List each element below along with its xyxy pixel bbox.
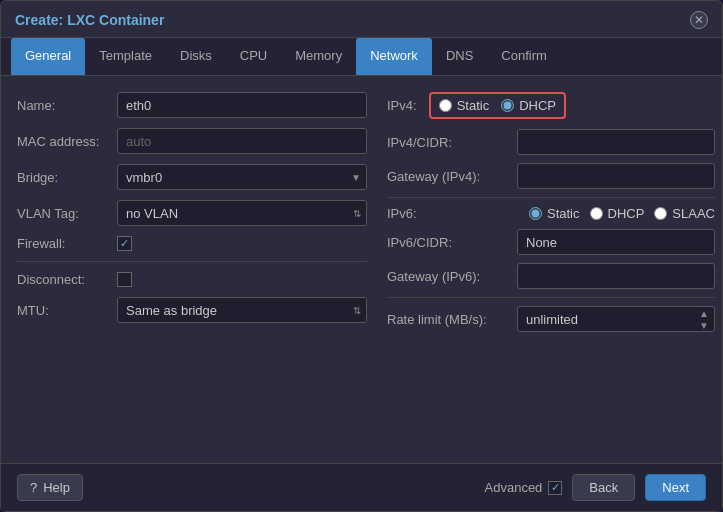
create-lxc-dialog: Create: LXC Container ✕ General Template…	[0, 0, 723, 512]
mtu-select[interactable]: Same as bridge	[117, 297, 367, 323]
mac-input[interactable]	[117, 128, 367, 154]
disconnect-checkbox[interactable]	[117, 272, 132, 287]
mtu-select-wrapper: Same as bridge ⇅	[117, 297, 367, 323]
footer: ? Help Advanced ✓ Back Next	[1, 463, 722, 511]
ipv6-static-option[interactable]: Static	[529, 206, 580, 221]
back-button[interactable]: Back	[572, 474, 635, 501]
ipv4-dhcp-radio[interactable]	[501, 99, 514, 112]
mac-label: MAC address:	[17, 134, 117, 149]
ipv4-header-row: IPv4: Static DHCP	[387, 92, 715, 119]
mtu-row: MTU: Same as bridge ⇅	[17, 297, 367, 323]
name-row: Name:	[17, 92, 367, 118]
advanced-label: Advanced	[485, 480, 543, 495]
next-button[interactable]: Next	[645, 474, 706, 501]
firewall-label: Firewall:	[17, 236, 117, 251]
ipv4-cidr-label: IPv4/CIDR:	[387, 135, 517, 150]
left-panel: Name: MAC address: Bridge: vmbr0 ▼	[17, 92, 367, 447]
ipv6-cidr-row: IPv6/CIDR:	[387, 229, 715, 255]
ipv6-dhcp-radio[interactable]	[590, 207, 603, 220]
vlan-select[interactable]: no VLAN	[117, 200, 367, 226]
ipv6-dhcp-label: DHCP	[608, 206, 645, 221]
ipv4-static-label: Static	[457, 98, 490, 113]
gateway-ipv6-row: Gateway (IPv6):	[387, 263, 715, 289]
help-icon: ?	[30, 480, 37, 495]
tab-general[interactable]: General	[11, 38, 85, 75]
disconnect-label: Disconnect:	[17, 272, 117, 287]
mac-row: MAC address:	[17, 128, 367, 154]
bridge-select-wrapper: vmbr0 ▼	[117, 164, 367, 190]
ipv6-static-radio[interactable]	[529, 207, 542, 220]
gateway-ipv4-row: Gateway (IPv4):	[387, 163, 715, 189]
title-bar: Create: LXC Container ✕	[1, 1, 722, 38]
right-panel: IPv4: Static DHCP IPv4/CIDR:	[387, 92, 715, 447]
gateway-ipv4-input[interactable]	[517, 163, 715, 189]
tab-cpu[interactable]: CPU	[226, 38, 281, 75]
tab-disks[interactable]: Disks	[166, 38, 226, 75]
ipv4-dhcp-option[interactable]: DHCP	[501, 98, 556, 113]
ipv6-slaac-label: SLAAC	[672, 206, 715, 221]
firewall-checkbox[interactable]	[117, 236, 132, 251]
right-divider-2	[387, 297, 715, 298]
vlan-label: VLAN Tag:	[17, 206, 117, 221]
vlan-select-wrapper: no VLAN ⇅	[117, 200, 367, 226]
ipv4-cidr-row: IPv4/CIDR:	[387, 129, 715, 155]
footer-right: Advanced ✓ Back Next	[485, 474, 706, 501]
gateway-ipv4-label: Gateway (IPv4):	[387, 169, 517, 184]
advanced-option: Advanced ✓	[485, 480, 563, 495]
advanced-checkbox[interactable]: ✓	[548, 481, 562, 495]
ipv6-static-label: Static	[547, 206, 580, 221]
dialog-title: Create: LXC Container	[15, 12, 164, 28]
close-button[interactable]: ✕	[690, 11, 708, 29]
content-area: Name: MAC address: Bridge: vmbr0 ▼	[1, 76, 722, 463]
name-label: Name:	[17, 98, 117, 113]
ipv6-label: IPv6:	[387, 206, 517, 221]
tab-confirm[interactable]: Confirm	[487, 38, 561, 75]
ipv6-slaac-radio[interactable]	[654, 207, 667, 220]
tab-network[interactable]: Network	[356, 38, 432, 75]
disconnect-row: Disconnect:	[17, 272, 367, 287]
ipv6-cidr-input[interactable]	[517, 229, 715, 255]
ipv6-header-row: IPv6: Static DHCP SLAAC	[387, 206, 715, 221]
ipv4-options-box: Static DHCP	[429, 92, 566, 119]
ipv4-cidr-input[interactable]	[517, 129, 715, 155]
tab-dns[interactable]: DNS	[432, 38, 487, 75]
vlan-row: VLAN Tag: no VLAN ⇅	[17, 200, 367, 226]
tab-bar: General Template Disks CPU Memory Networ…	[1, 38, 722, 76]
rate-label: Rate limit (MB/s):	[387, 312, 517, 327]
help-button[interactable]: ? Help	[17, 474, 83, 501]
bridge-row: Bridge: vmbr0 ▼	[17, 164, 367, 190]
ipv6-cidr-label: IPv6/CIDR:	[387, 235, 517, 250]
tab-memory[interactable]: Memory	[281, 38, 356, 75]
rate-select-wrapper: unlimited ▲ ▼	[517, 306, 715, 332]
ipv4-static-radio[interactable]	[439, 99, 452, 112]
right-divider	[387, 197, 715, 198]
rate-row: Rate limit (MB/s): unlimited ▲ ▼	[387, 306, 715, 332]
ipv4-static-option[interactable]: Static	[439, 98, 490, 113]
ipv6-slaac-option[interactable]: SLAAC	[654, 206, 715, 221]
bridge-label: Bridge:	[17, 170, 117, 185]
gateway-ipv6-input[interactable]	[517, 263, 715, 289]
name-input[interactable]	[117, 92, 367, 118]
firewall-row: Firewall:	[17, 236, 367, 251]
bridge-select[interactable]: vmbr0	[117, 164, 367, 190]
rate-select[interactable]: unlimited	[517, 306, 715, 332]
left-divider	[17, 261, 367, 262]
ipv4-dhcp-label: DHCP	[519, 98, 556, 113]
help-label: Help	[43, 480, 70, 495]
tab-template[interactable]: Template	[85, 38, 166, 75]
mtu-label: MTU:	[17, 303, 117, 318]
gateway-ipv6-label: Gateway (IPv6):	[387, 269, 517, 284]
ipv6-dhcp-option[interactable]: DHCP	[590, 206, 645, 221]
ipv4-label: IPv4:	[387, 98, 417, 113]
